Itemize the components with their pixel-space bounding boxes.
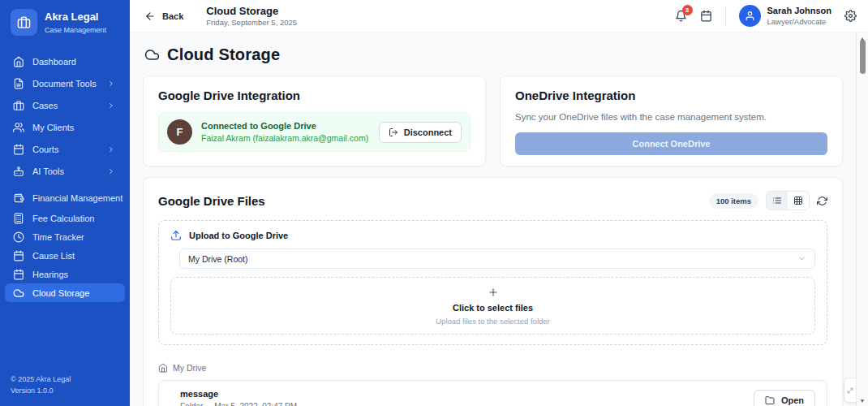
plus-icon bbox=[488, 287, 499, 298]
version-text: Version 1.0.0 bbox=[11, 386, 119, 397]
file-date: Mar 5, 2022, 02:47 PM bbox=[214, 402, 297, 406]
user-role: Lawyer/Advocate bbox=[767, 17, 831, 26]
back-button[interactable]: Back bbox=[144, 11, 183, 22]
scroll-down-arrow[interactable]: ▼ bbox=[857, 395, 868, 406]
home-icon bbox=[13, 56, 24, 67]
chevron-right-icon bbox=[105, 145, 117, 153]
google-connection-status: F Connected to Google Drive Faizal Akram… bbox=[158, 112, 471, 152]
google-account-avatar: F bbox=[167, 119, 192, 145]
sidebar-item-courts[interactable]: Courts bbox=[5, 138, 125, 160]
logout-icon bbox=[389, 127, 398, 137]
sidebar-item-hearings[interactable]: Hearings bbox=[5, 265, 125, 283]
sidebar-item-time-tracker[interactable]: Time Tracker bbox=[5, 227, 125, 246]
calendar-icon bbox=[13, 144, 24, 155]
dropzone-subtitle: Upload files to the selected folder bbox=[436, 317, 549, 326]
connection-status-text: Connected to Google Drive bbox=[201, 121, 368, 131]
copyright-text: © 2025 Akra Legal bbox=[11, 374, 119, 386]
scrollbar-thumb[interactable] bbox=[860, 40, 866, 74]
user-icon bbox=[745, 11, 755, 21]
briefcase-icon bbox=[13, 100, 24, 111]
brand-subtitle: Case Management bbox=[45, 26, 106, 34]
breadcrumb[interactable]: My Drive bbox=[158, 363, 827, 373]
arrow-left-icon bbox=[144, 11, 156, 22]
brand-logo bbox=[11, 9, 37, 36]
notification-badge: 3 bbox=[682, 5, 693, 15]
calculator-icon bbox=[13, 213, 24, 224]
content-column: Back Cloud Storage Friday, September 5, … bbox=[130, 0, 868, 406]
clock-icon bbox=[13, 231, 24, 243]
view-toggle bbox=[766, 191, 810, 210]
chevron-right-icon bbox=[105, 80, 117, 88]
sidebar-item-financial-management[interactable]: Financial Management bbox=[5, 187, 125, 209]
scrollbar[interactable]: ▲ ▼ bbox=[856, 32, 868, 406]
sidebar-nav: Dashboard Document Tools Cases My Client… bbox=[0, 44, 130, 366]
gear-icon bbox=[844, 10, 857, 22]
user-menu[interactable]: Sarah Johnson Lawyer/Advocate bbox=[739, 5, 831, 27]
user-name: Sarah Johnson bbox=[767, 6, 831, 16]
sidebar-item-dashboard[interactable]: Dashboard bbox=[5, 50, 125, 72]
onedrive-card-title: OneDrive Integration bbox=[515, 89, 827, 102]
main-content: Cloud Storage Google Drive Integration F… bbox=[130, 32, 856, 406]
upload-panel: Upload to Google Drive My Drive (Root) C… bbox=[158, 220, 827, 345]
cloud-icon bbox=[13, 287, 24, 299]
google-drive-files-card: Google Drive Files 100 items bbox=[143, 177, 843, 406]
files-card-title: Google Drive Files bbox=[158, 194, 265, 208]
file-type: Folder bbox=[180, 402, 203, 406]
header-divider bbox=[725, 6, 726, 26]
wallet-icon bbox=[13, 192, 24, 204]
sidebar-item-ai-tools[interactable]: AI Tools bbox=[5, 160, 125, 182]
page-title-row: Cloud Storage bbox=[144, 45, 843, 64]
diagonal-resize-icon bbox=[846, 387, 854, 395]
resize-handle[interactable] bbox=[844, 378, 856, 403]
folder-icon bbox=[765, 395, 775, 405]
calendar-icon bbox=[13, 269, 24, 280]
app-root: Akra Legal Case Management Dashboard Doc… bbox=[0, 0, 868, 406]
destination-folder-select[interactable]: My Drive (Root) bbox=[179, 248, 815, 269]
list-icon bbox=[772, 196, 782, 205]
file-row[interactable]: message Folder Mar 5, 2022, 02:47 PM Ope… bbox=[158, 380, 827, 406]
sidebar-item-fee-calculation[interactable]: Fee Calculation bbox=[5, 209, 125, 227]
sidebar-footer: © 2025 Akra Legal Version 1.0.0 bbox=[0, 366, 130, 406]
sidebar-item-cause-list[interactable]: Cause List bbox=[5, 246, 125, 265]
sidebar-item-cloud-storage[interactable]: Cloud Storage bbox=[5, 283, 125, 302]
list-view-button[interactable] bbox=[767, 192, 788, 209]
open-button[interactable]: Open bbox=[754, 390, 815, 406]
grid-icon bbox=[793, 196, 803, 205]
chevron-down-icon bbox=[797, 254, 806, 263]
cloud-icon bbox=[144, 47, 160, 63]
disconnect-button[interactable]: Disconnect bbox=[379, 122, 462, 143]
upload-label: Upload to Google Drive bbox=[170, 230, 815, 241]
brand: Akra Legal Case Management bbox=[0, 0, 130, 44]
bot-icon bbox=[13, 166, 24, 177]
page-title: Cloud Storage bbox=[167, 45, 280, 64]
sidebar-item-my-clients[interactable]: My Clients bbox=[5, 116, 125, 138]
briefcase-icon bbox=[17, 15, 31, 29]
notifications-button[interactable]: 3 bbox=[675, 10, 687, 22]
sidebar: Akra Legal Case Management Dashboard Doc… bbox=[0, 0, 130, 406]
header-title: Cloud Storage bbox=[206, 5, 297, 17]
calendar-button[interactable] bbox=[700, 10, 712, 22]
header-date: Friday, September 5, 2025 bbox=[206, 18, 297, 27]
onedrive-description: Sync your OneDrive files with the case m… bbox=[515, 112, 827, 122]
file-dropzone[interactable]: Click to select files Upload files to th… bbox=[170, 277, 815, 335]
refresh-icon bbox=[817, 196, 827, 206]
calendar-icon bbox=[13, 250, 24, 261]
home-icon bbox=[158, 363, 168, 373]
sidebar-item-cases[interactable]: Cases bbox=[5, 94, 125, 116]
chevron-right-icon bbox=[105, 102, 117, 110]
dropzone-title: Click to select files bbox=[453, 303, 533, 313]
top-header: Back Cloud Storage Friday, September 5, … bbox=[130, 0, 868, 32]
google-drive-integration-card: Google Drive Integration F Connected to … bbox=[143, 76, 486, 166]
settings-button[interactable] bbox=[844, 10, 857, 22]
onedrive-integration-card: OneDrive Integration Sync your OneDrive … bbox=[500, 76, 843, 166]
file-name: message bbox=[180, 389, 297, 399]
chevron-right-icon bbox=[105, 167, 117, 175]
avatar bbox=[739, 5, 761, 27]
sidebar-item-document-tools[interactable]: Document Tools bbox=[5, 72, 125, 94]
connect-onedrive-button[interactable]: Connect OneDrive bbox=[515, 132, 827, 155]
document-icon bbox=[13, 78, 24, 89]
google-card-title: Google Drive Integration bbox=[158, 89, 471, 102]
grid-view-button[interactable] bbox=[788, 192, 809, 209]
connected-account-text: Faizal Akram (faizalakram.akra@gmail.com… bbox=[201, 133, 368, 143]
refresh-button[interactable] bbox=[817, 196, 827, 206]
